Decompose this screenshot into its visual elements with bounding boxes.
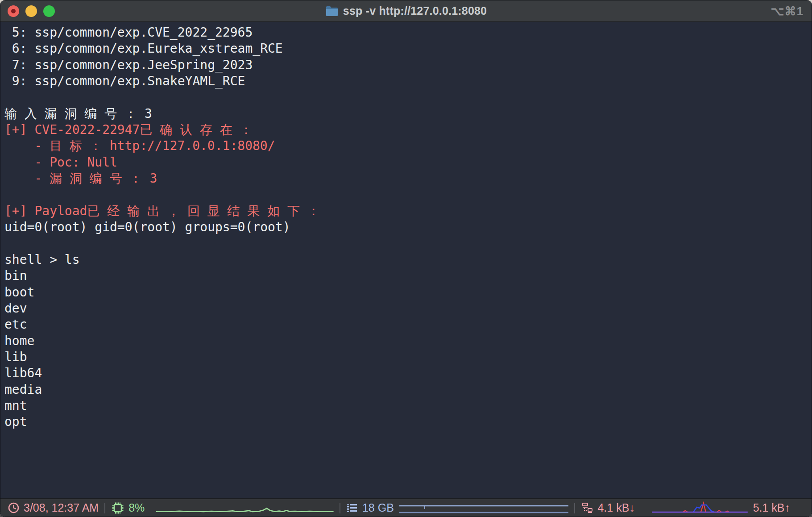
terminal-line: uid=0(root) gid=0(root) groups=0(root): [4, 219, 812, 235]
clock-icon: [8, 502, 20, 514]
terminal-line: 5: ssp/common/exp.CVE_2022_22965: [4, 25, 812, 41]
folder-icon: [325, 5, 339, 17]
terminal-line: - 目 标 ： http://127.0.0.1:8080/: [4, 138, 812, 154]
statusbar-divider: [340, 503, 340, 513]
terminal-line: mnt: [4, 398, 812, 414]
minimize-button[interactable]: [25, 5, 37, 17]
zoom-button[interactable]: [43, 5, 55, 17]
terminal-line: - Poc: Null: [4, 154, 812, 171]
terminal-line: [4, 89, 812, 105]
statusbar-divider: [104, 503, 105, 513]
terminal-window: ssp -v http://127.0.0.1:8080 ⌥⌘1 5: ssp/…: [0, 0, 812, 517]
terminal-line: 6: ssp/common/exp.Eureka_xstream_RCE: [4, 41, 812, 57]
memory-graph[interactable]: [399, 501, 569, 515]
terminal-line: lib: [4, 349, 812, 365]
ram-icon: [346, 502, 358, 514]
statusbar-memory-label: 18 GB: [362, 501, 394, 514]
terminal-line: boot: [4, 284, 812, 300]
network-graph[interactable]: [652, 501, 748, 515]
status-bar: 3/08, 12:37 AM 8%: [0, 498, 812, 517]
statusbar-cpu[interactable]: 8%: [111, 501, 145, 515]
terminal-screen[interactable]: 5: ssp/common/exp.CVE_2022_22965 6: ssp/…: [0, 22, 812, 498]
terminal-line: 7: ssp/common/exp.JeeSpring_2023: [4, 57, 812, 73]
traffic-lights: [8, 0, 55, 22]
close-button[interactable]: [8, 5, 19, 17]
statusbar-memory[interactable]: 18 GB: [346, 501, 394, 514]
statusbar-clock[interactable]: 3/08, 12:37 AM: [8, 501, 99, 514]
cpu-chip-icon: [111, 501, 124, 515]
terminal-line: [4, 235, 812, 251]
window-shortcut-label: ⌥⌘1: [771, 0, 804, 22]
terminal-line: media: [4, 382, 812, 398]
title-bar[interactable]: ssp -v http://127.0.0.1:8080 ⌥⌘1: [0, 0, 812, 22]
terminal-line: [+] CVE-2022-22947已 确 认 存 在 ：: [4, 122, 812, 138]
terminal-line: 9: ssp/common/exp.SnakeYAML_RCE: [4, 73, 812, 89]
statusbar-clock-label: 3/08, 12:37 AM: [24, 501, 99, 514]
statusbar-cpu-label: 8%: [128, 501, 145, 514]
terminal-line: dev: [4, 300, 812, 317]
terminal-line: home: [4, 333, 812, 349]
window-title: ssp -v http://127.0.0.1:8080: [343, 4, 487, 17]
terminal-line: shell > ls: [4, 252, 812, 268]
cpu-sparkline-graph[interactable]: [156, 501, 334, 515]
terminal-line: 输 入 漏 洞 编 号 ： 3: [4, 106, 812, 122]
terminal-line: [+] Payload已 经 输 出 ， 回 显 结 果 如 下 ：: [4, 203, 812, 219]
terminal-line: lib64: [4, 365, 812, 381]
terminal-line: opt: [4, 414, 812, 430]
statusbar-network[interactable]: 4.1 kB↓: [581, 501, 634, 514]
statusbar-netup-label: 5.1 kB↑: [753, 501, 790, 514]
statusbar-netdown-label: 4.1 kB↓: [597, 501, 634, 514]
terminal-line: bin: [4, 268, 812, 284]
window-title-group: ssp -v http://127.0.0.1:8080: [325, 4, 487, 17]
terminal-line: - 漏 洞 编 号 ： 3: [4, 171, 812, 187]
terminal-line: etc: [4, 317, 812, 333]
statusbar-divider: [574, 503, 575, 513]
network-nodes-icon: [581, 502, 593, 514]
terminal-line: [4, 187, 812, 203]
